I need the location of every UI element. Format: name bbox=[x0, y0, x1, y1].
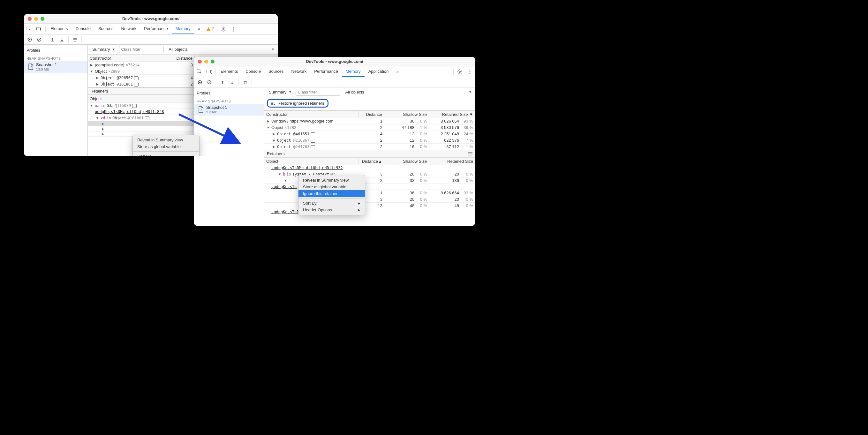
col-constructor[interactable]: Constructor bbox=[264, 112, 359, 118]
clear-icon[interactable] bbox=[35, 35, 44, 44]
gear-icon[interactable] bbox=[218, 24, 228, 34]
kebab-icon[interactable] bbox=[228, 24, 239, 34]
device-icon[interactable] bbox=[34, 24, 44, 34]
tab-elements[interactable]: Elements bbox=[217, 66, 242, 77]
summary-dropdown[interactable]: Summary ▼ bbox=[89, 45, 117, 53]
menu-icon[interactable] bbox=[468, 152, 472, 155]
chevron-down-icon: ▼ bbox=[288, 90, 292, 94]
table-row[interactable]: ▶Object @216867 2120 %622 3767 % bbox=[264, 137, 475, 144]
zoom-icon[interactable] bbox=[40, 17, 44, 21]
tab-application[interactable]: Application bbox=[365, 66, 393, 77]
menu-item[interactable]: Reveal in Summary view bbox=[299, 177, 365, 184]
svg-point-12 bbox=[234, 27, 234, 27]
inspect-icon[interactable] bbox=[194, 66, 204, 77]
table-row[interactable]: 3200 %200 % bbox=[264, 196, 475, 203]
tab-network[interactable]: Network bbox=[288, 66, 311, 77]
inspect-icon[interactable] bbox=[24, 24, 34, 34]
table-row[interactable]: ▼2320 %1360 % bbox=[264, 178, 475, 184]
table-row[interactable]: ,qddgKe,sTsD… bbox=[264, 209, 475, 215]
svg-point-20 bbox=[31, 66, 32, 67]
col-shallow[interactable]: Shallow Size bbox=[384, 158, 429, 164]
profiles-heading: Profiles bbox=[194, 88, 264, 97]
tab-sources[interactable]: Sources bbox=[94, 24, 118, 34]
snapshot-item[interactable]: Snapshot 1 13.6 MB bbox=[24, 61, 88, 73]
gear-icon[interactable] bbox=[455, 66, 465, 77]
constructor-header: Constructor Distance Shallow Size Retain… bbox=[264, 111, 475, 118]
table-row[interactable]: 1360 %8 626 66493 % bbox=[264, 190, 475, 196]
download-icon[interactable] bbox=[58, 35, 66, 44]
col-object[interactable]: Object bbox=[264, 158, 359, 164]
snapshot-item[interactable]: Snapshot 1 9.3 MB bbox=[194, 104, 264, 116]
class-filter-input[interactable] bbox=[119, 46, 164, 53]
close-icon[interactable] bbox=[28, 17, 32, 21]
col-retained[interactable]: Retained Size ▼ bbox=[429, 112, 475, 118]
minimize-icon[interactable] bbox=[204, 60, 208, 63]
kebab-icon[interactable] bbox=[465, 66, 475, 77]
more-tabs-icon[interactable]: » bbox=[194, 24, 204, 34]
col-retained[interactable]: Retained Size bbox=[429, 158, 475, 164]
separator bbox=[453, 69, 454, 75]
all-objects-dropdown[interactable]: All objects ▼ bbox=[166, 45, 276, 53]
tab-performance[interactable]: Performance bbox=[310, 66, 342, 77]
table-row[interactable]: ▶Window / https://www.google.com1360 %8 … bbox=[264, 118, 475, 124]
upload-icon[interactable] bbox=[218, 78, 227, 87]
table-row[interactable]: ▶Object @461651 4120 %2 251 04824 % bbox=[264, 131, 475, 137]
device-icon[interactable] bbox=[204, 66, 215, 77]
gc-icon[interactable] bbox=[241, 78, 250, 87]
table-row[interactable]: ▼Object ×1782247 1881 %3 580 57639 % bbox=[264, 124, 475, 131]
chevron-down-icon: ▼ bbox=[469, 90, 472, 94]
minimize-icon[interactable] bbox=[34, 17, 38, 21]
tab-sources[interactable]: Sources bbox=[265, 66, 288, 77]
tab-performance[interactable]: Performance bbox=[140, 24, 172, 34]
col-shallow[interactable]: Shallow Size bbox=[384, 112, 429, 118]
class-filter-input[interactable] bbox=[296, 89, 340, 96]
menu-item[interactable]: Reveal in Summary view bbox=[133, 136, 199, 143]
svg-rect-23 bbox=[207, 70, 211, 73]
zoom-icon[interactable] bbox=[211, 60, 215, 63]
table-row[interactable]: ,qddgKe,sTsDMc,dtl0hd,eHDfl:932 bbox=[264, 165, 475, 171]
menu-item[interactable]: Sort By▸ bbox=[133, 153, 199, 156]
upload-icon[interactable] bbox=[48, 35, 57, 44]
all-objects-label: All objects bbox=[345, 90, 364, 94]
menu-item[interactable]: Store as global variable bbox=[299, 184, 365, 190]
col-distance[interactable]: Distance bbox=[359, 112, 384, 118]
tab-console[interactable]: Console bbox=[71, 24, 94, 34]
menu-item[interactable]: Store as global variable bbox=[133, 143, 199, 150]
all-objects-dropdown[interactable]: All objects ▼ bbox=[342, 88, 474, 96]
file-icon bbox=[198, 106, 204, 113]
col-distance[interactable]: Distance bbox=[169, 55, 195, 61]
clear-icon[interactable] bbox=[205, 78, 214, 87]
heap-snapshots-label: HEAP SNAPSHOTS bbox=[24, 54, 88, 61]
warning-badge[interactable]: 2 bbox=[204, 24, 216, 34]
restore-ignored-retainers-button[interactable]: Restore ignored retainers bbox=[267, 99, 329, 107]
tab-elements[interactable]: Elements bbox=[46, 24, 71, 34]
record-icon[interactable] bbox=[25, 35, 34, 44]
more-tabs-icon[interactable]: » bbox=[392, 66, 402, 77]
record-icon[interactable] bbox=[195, 78, 204, 87]
table-row[interactable]: 13480 %480 % bbox=[264, 203, 475, 209]
table-row[interactable]: ▼b in system / Context @?3200 %200 % bbox=[264, 171, 475, 178]
gc-icon[interactable] bbox=[70, 35, 80, 44]
chevron-down-icon: ▼ bbox=[271, 48, 275, 51]
tab-memory[interactable]: Memory bbox=[342, 66, 365, 77]
tab-memory[interactable]: Memory bbox=[172, 24, 194, 34]
download-icon[interactable] bbox=[228, 78, 237, 87]
svg-point-41 bbox=[200, 110, 200, 111]
separator bbox=[239, 79, 239, 86]
titlebar: DevTools - www.google.com/ bbox=[24, 14, 278, 24]
menu-item[interactable]: Sort By▸ bbox=[299, 200, 365, 207]
all-objects-label: All objects bbox=[169, 47, 188, 52]
tab-console[interactable]: Console bbox=[242, 66, 265, 77]
close-icon[interactable] bbox=[198, 60, 202, 63]
menu-item[interactable]: Ignore this retainer bbox=[299, 190, 365, 197]
table-row[interactable]: ▶Object @241763 2160 %87 1121 % bbox=[264, 144, 475, 150]
svg-point-34 bbox=[469, 69, 470, 70]
table-row[interactable]: ,qddgKe,sTs bbox=[264, 184, 475, 190]
devtools-tabs: ElementsConsoleSourcesNetworkPerformance… bbox=[24, 24, 278, 34]
menu-item[interactable]: Header Options▸ bbox=[299, 207, 365, 213]
summary-dropdown[interactable]: Summary ▼ bbox=[266, 88, 294, 96]
col-constructor[interactable]: Constructor bbox=[88, 55, 169, 61]
col-distance[interactable]: Distance▲ bbox=[359, 158, 384, 164]
tab-network[interactable]: Network bbox=[118, 24, 141, 34]
profiles-heading: Profiles bbox=[24, 45, 88, 54]
